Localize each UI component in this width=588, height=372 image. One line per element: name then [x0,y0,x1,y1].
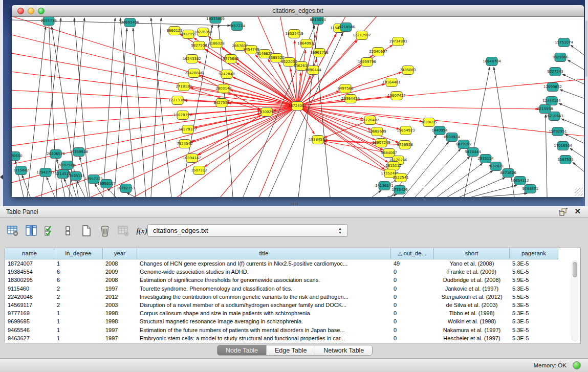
graph-edge[interactable] [560,90,584,99]
graph-edge[interactable] [568,60,584,70]
graph-edge[interactable] [133,28,146,197]
graph-node[interactable]: 10654112 [511,177,529,185]
graph-node[interactable]: 8471626 [500,169,516,178]
graph-edge[interactable] [64,179,72,197]
graph-edge[interactable] [571,45,584,56]
column-header-title[interactable]: title [137,248,391,259]
graph-node[interactable]: 1167533 [557,156,573,164]
resize-grip-icon[interactable] [575,188,583,196]
graph-node[interactable]: 6497568 [337,84,353,93]
table-row[interactable]: 1456911722003Disruption of a novel membe… [5,301,580,309]
graph-edge[interactable] [127,193,135,197]
graph-node[interactable]: 11070797 [173,111,192,120]
column-header-in-degree[interactable]: in_degree [54,248,103,259]
graph-node[interactable]: 22420046 [185,69,203,78]
graph-edge[interactable] [471,185,517,197]
split-divider-grip[interactable] [291,203,298,205]
column-visibility-icon[interactable] [24,223,39,238]
graph-node[interactable]: 8813054 [310,17,326,25]
graph-edge[interactable] [464,67,490,197]
graph-node[interactable]: 20206576 [47,150,65,159]
graph-node[interactable]: 9699695 [421,118,437,127]
graph-edge[interactable] [573,162,584,172]
graph-node[interactable]: 12213389 [168,96,187,105]
graph-node[interactable]: 2522541 [393,173,408,182]
graph-node[interactable]: 19654923 [397,126,415,135]
table-row[interactable]: 946554611997Estimation of the future num… [5,326,580,334]
graph-node[interactable]: 7632621 [488,162,504,171]
graph-node[interactable]: 2803144 [215,84,232,93]
graph-node[interactable]: 9227343 [547,68,563,76]
window-titlebar[interactable]: citations_edges.txt [12,5,584,17]
graph-edge[interactable] [387,194,397,197]
column-header-short[interactable]: short [434,248,510,259]
graph-node[interactable]: 9827508 [191,41,207,50]
graph-node[interactable]: 9474444 [465,148,481,157]
close-panel-icon[interactable]: ✕ [574,207,581,216]
graph-node[interactable]: 16579327 [179,125,197,134]
graph-node[interactable]: 16033809 [206,17,225,24]
graph-edge[interactable] [482,193,527,197]
graph-edge[interactable] [297,106,399,129]
table-settings-icon[interactable] [5,223,20,238]
graph-node[interactable]: 7857224 [229,22,245,31]
right-scrollbar[interactable] [585,0,588,206]
graph-edge[interactable] [47,177,55,197]
graph-node[interactable]: 15720407 [361,116,379,125]
graph-edge[interactable] [570,148,584,158]
graph-edge[interactable] [198,106,297,155]
graph-node[interactable]: 7485083 [400,66,416,75]
column-header-pagerank[interactable]: pagerank [510,248,558,259]
graph-node[interactable]: 2520650 [12,152,23,161]
column-header-year[interactable]: year [103,248,137,259]
graph-node[interactable]: 9329966 [552,53,569,62]
graph-node[interactable]: 16648784 [483,57,501,66]
collapse-panel-arrow-icon[interactable] [0,174,3,180]
graph-edge[interactable] [206,106,297,197]
graph-node[interactable]: 9775685 [223,55,238,63]
deselect-all-icon[interactable] [60,223,76,238]
select-all-icon[interactable] [42,223,57,238]
graph-node[interactable]: 15692951 [549,127,567,136]
graph-edge[interactable] [114,28,127,197]
graph-node[interactable]: 1507312 [191,166,207,175]
graph-node[interactable]: 1733426 [391,186,408,194]
graph-node[interactable]: 6879197 [455,140,471,149]
column-header-out-de-[interactable]: △out_de... [391,248,434,259]
tab-edge-table[interactable]: Edge Table [267,345,315,355]
column-header-name[interactable]: name [5,248,54,259]
graph-edge[interactable] [12,27,297,106]
graph-node[interactable]: 2935114 [477,155,494,163]
table-scrollbar-thumb[interactable] [573,262,577,277]
table-selector-dropdown[interactable]: citations_edges.txt ▲▼ [147,224,348,237]
graph-node[interactable]: 16959796 [358,58,376,67]
graph-node[interactable]: 8427552 [213,99,229,107]
right-scrollbar-thumb[interactable] [585,20,587,77]
graph-edge[interactable] [437,163,483,197]
graph-node[interactable]: 10607427 [387,92,406,100]
graph-node[interactable]: 16961758 [310,49,329,57]
network-view-window[interactable]: citations_edges.txt 18724007866012389129… [12,5,584,197]
graph-node[interactable]: 8215958 [537,105,553,114]
graph-edge[interactable] [403,142,449,197]
graph-node[interactable]: 12217987 [353,31,371,40]
graph-node[interactable]: 8938924 [444,133,460,142]
graph-edge[interactable] [415,149,461,197]
graph-edge[interactable] [546,115,547,197]
graph-node[interactable]: 7924542 [177,140,192,148]
trash-icon[interactable] [97,223,113,238]
table-scrollbar[interactable] [572,260,578,341]
graph-node[interactable]: 1615112 [385,162,401,170]
graph-node[interactable]: 17016504 [554,142,572,150]
graph-edge[interactable] [562,74,584,84]
table-row[interactable]: 2242004622012Investigating the contribut… [5,293,580,301]
graph-node[interactable]: 19734993 [389,37,407,46]
graph-node[interactable]: 2718120 [176,82,191,91]
network-canvas[interactable]: 1872400786601238912955182260589827508165… [12,17,584,197]
graph-edge[interactable] [297,106,538,109]
graph-edge[interactable] [205,106,297,167]
graph-node[interactable]: 18226058 [194,28,212,37]
graph-node[interactable]: 8186328 [208,39,224,48]
graph-node[interactable]: 20691406 [121,18,139,27]
table-row[interactable]: 969969511998Structural magnetic resonanc… [5,317,580,325]
